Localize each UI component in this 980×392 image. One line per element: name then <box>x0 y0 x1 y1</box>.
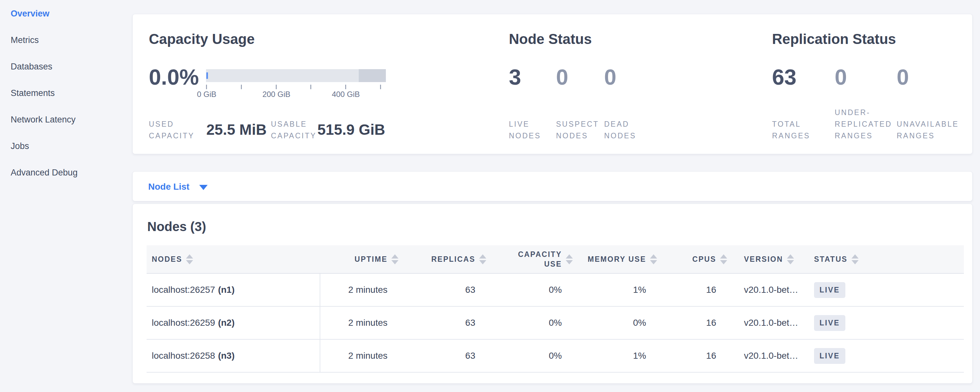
nodes-table-card: Nodes (3) NODES UPTIME REPLICAS CAPACITY… <box>132 204 972 384</box>
axis-tick <box>380 84 381 89</box>
table-row[interactable]: localhost:26257 (n1) 2 minutes 63 0% 1% … <box>146 274 964 307</box>
status-badge: LIVE <box>814 348 845 364</box>
column-header-status[interactable]: STATUS <box>808 245 964 273</box>
axis-tick <box>310 84 311 89</box>
node-address-link[interactable]: localhost:26257 <box>152 285 215 295</box>
capacity-use-cell: 0% <box>490 307 577 339</box>
used-capacity-label: USED CAPACITY <box>149 118 205 142</box>
uptime-cell: 2 minutes <box>320 339 402 372</box>
live-nodes-label: LIVE NODES <box>509 118 551 142</box>
sort-icon[interactable] <box>479 254 486 265</box>
sort-icon[interactable] <box>650 254 657 265</box>
sidebar-item-metrics[interactable]: Metrics <box>11 35 127 45</box>
usable-capacity-value: 515.9 GiB <box>317 121 385 138</box>
cpus-cell: 16 <box>661 339 731 372</box>
sort-icon[interactable] <box>720 254 727 265</box>
node-address-link[interactable]: localhost:26258 <box>152 351 215 361</box>
version-cell: v20.1.0-bet… <box>731 274 808 306</box>
unavailable-ranges-label: UNAVAILABLE RANGES <box>897 118 966 142</box>
sidebar-item-databases[interactable]: Databases <box>11 62 127 71</box>
chevron-down-icon <box>199 185 208 190</box>
axis-label: 0 GiB <box>197 90 216 99</box>
node-cell: localhost:26258 (n3) <box>146 339 320 372</box>
suspect-nodes-label: SUSPECT NODES <box>556 118 605 142</box>
replication-status-title: Replication Status <box>772 31 896 47</box>
sidebar-item-advanced-debug[interactable]: Advanced Debug <box>11 168 127 177</box>
axis-label: 200 GiB <box>262 90 291 99</box>
axis-label: 400 GiB <box>332 90 360 99</box>
unavailable-ranges-count: 0 <box>897 66 909 88</box>
column-header-replicas[interactable]: REPLICAS <box>402 245 490 273</box>
used-capacity-value: 25.5 MiB <box>206 121 267 138</box>
column-label: MEMORY USE <box>588 255 646 264</box>
capacity-use-cell: 0% <box>490 274 577 306</box>
table-row[interactable]: localhost:26258 (n3) 2 minutes 63 0% 1% … <box>146 339 964 373</box>
node-cell: localhost:26257 (n1) <box>146 274 320 306</box>
status-cell: LIVE <box>808 274 964 306</box>
sort-icon[interactable] <box>851 254 859 265</box>
node-list-dropdown-label: Node List <box>148 182 189 192</box>
uptime-cell: 2 minutes <box>320 274 402 306</box>
table-row[interactable]: localhost:26259 (n2) 2 minutes 63 0% 0% … <box>146 307 964 339</box>
sidebar: Overview Metrics Databases Statements Ne… <box>11 9 127 194</box>
sidebar-item-network-latency[interactable]: Network Latency <box>11 115 127 124</box>
sidebar-item-statements[interactable]: Statements <box>11 89 127 97</box>
capacity-bar <box>206 69 386 82</box>
under-replicated-ranges-label: UNDER-REPLICATED RANGES <box>835 107 896 142</box>
node-list-dropdown[interactable]: Node List <box>148 172 208 202</box>
axis-tick <box>345 84 346 89</box>
column-label: CPUS <box>692 255 716 264</box>
column-header-nodes[interactable]: NODES <box>146 245 320 273</box>
capacity-used-marker <box>206 72 208 79</box>
uptime-cell: 2 minutes <box>320 307 402 339</box>
capacity-reserved-segment <box>359 69 386 82</box>
cpus-cell: 16 <box>661 307 731 339</box>
status-badge: LIVE <box>814 315 845 331</box>
cluster-summary-card: Capacity Usage 0.0% 0 GiB 200 GiB 400 Gi… <box>132 14 972 154</box>
node-cell: localhost:26259 (n2) <box>146 307 320 339</box>
replicas-cell: 63 <box>402 339 490 372</box>
column-label: UPTIME <box>355 255 388 264</box>
node-id: (n3) <box>218 351 234 361</box>
capacity-usage-title: Capacity Usage <box>149 31 255 47</box>
total-ranges-count: 63 <box>772 66 797 88</box>
replicas-cell: 63 <box>402 307 490 339</box>
axis-tick <box>206 84 207 89</box>
axis-tick <box>276 84 277 89</box>
column-label: STATUS <box>814 255 848 264</box>
live-nodes-count: 3 <box>509 66 521 88</box>
dead-nodes-label: DEAD NODES <box>604 118 652 142</box>
column-label: REPLICAS <box>431 255 475 264</box>
column-label: VERSION <box>744 255 783 264</box>
sort-icon[interactable] <box>391 254 398 265</box>
memory-use-cell: 0% <box>577 307 661 339</box>
node-status-title: Node Status <box>509 31 592 47</box>
cpus-cell: 16 <box>661 274 731 306</box>
memory-use-cell: 1% <box>577 274 661 306</box>
version-cell: v20.1.0-bet… <box>731 307 808 339</box>
column-header-memory-use[interactable]: MEMORY USE <box>577 245 661 273</box>
node-address-link[interactable]: localhost:26259 <box>152 318 215 328</box>
column-label: CAPACITY USE <box>510 250 562 269</box>
sidebar-item-overview[interactable]: Overview <box>11 9 127 18</box>
under-replicated-ranges-count: 0 <box>835 66 847 88</box>
column-header-capacity-use[interactable]: CAPACITY USE <box>490 245 577 273</box>
replicas-cell: 63 <box>402 274 490 306</box>
node-id: (n1) <box>218 285 234 295</box>
sort-icon[interactable] <box>566 254 573 265</box>
sort-icon[interactable] <box>787 254 794 265</box>
status-badge: LIVE <box>814 282 845 298</box>
column-header-version[interactable]: VERSION <box>731 245 808 273</box>
status-cell: LIVE <box>808 339 964 372</box>
column-header-uptime[interactable]: UPTIME <box>320 245 402 273</box>
status-cell: LIVE <box>808 307 964 339</box>
sidebar-item-jobs[interactable]: Jobs <box>11 142 127 151</box>
table-header-row: NODES UPTIME REPLICAS CAPACITY USE MEMOR… <box>146 245 964 274</box>
memory-use-cell: 1% <box>577 339 661 372</box>
axis-tick <box>241 84 242 89</box>
node-list-selector-card: Node List <box>132 171 972 201</box>
column-header-cpus[interactable]: CPUS <box>661 245 731 273</box>
dead-nodes-count: 0 <box>604 66 616 88</box>
sort-icon[interactable] <box>186 254 193 265</box>
nodes-table-title: Nodes (3) <box>147 220 206 234</box>
